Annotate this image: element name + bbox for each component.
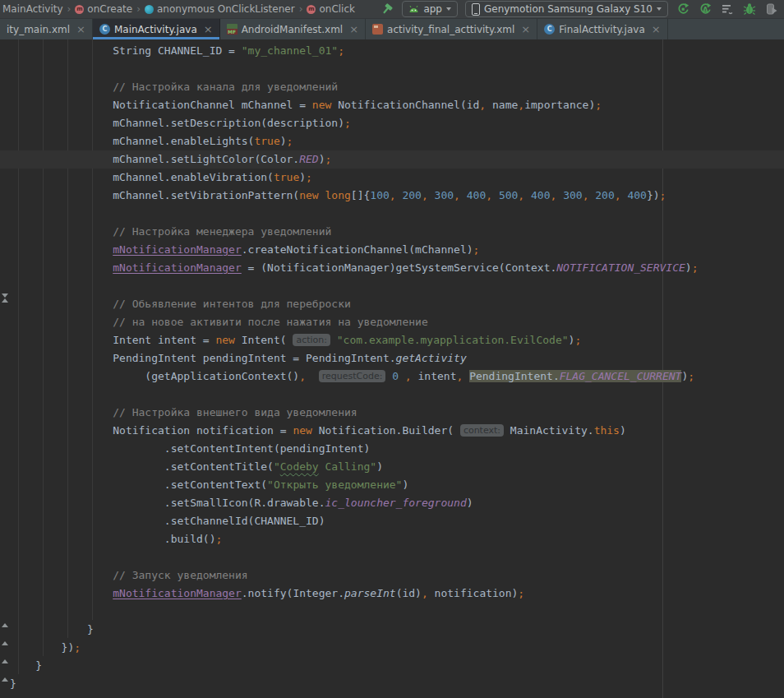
code-token: Calling" [319,460,376,473]
code-line[interactable]: mChannel.setDescription(description); [10,114,784,132]
code-line[interactable]: Intent intent = new Intent( action: "com… [10,331,784,349]
code-token: .setChannelId(CHANNEL_ID) [10,515,325,527]
code-line[interactable]: NotificationChannel mChannel = new Notif… [10,96,784,114]
highlighted-token: PendingIntent. [469,370,560,382]
toolbar-actions: app Genymotion Samsung Galaxy S10 A [380,1,784,17]
code-line[interactable] [10,548,784,566]
code-line[interactable]: .setSmallIcon(R.drawable.ic_louncher_for… [10,494,784,512]
code-token: Intent intent = [10,334,215,346]
code-line[interactable]: } [10,657,784,675]
breadcrumb-label: onCreate [87,3,132,15]
code-token: long [325,189,351,201]
code-editor[interactable]: String CHANNEL_ID = "my_channel_01"; // … [0,39,784,698]
apply-changes-icon[interactable] [676,2,690,16]
run-config-select[interactable]: app [402,1,458,17]
code-token: .setContentTitle( [10,460,274,473]
code-line[interactable]: mNotificationManager.createNotificationC… [10,241,784,259]
code-line[interactable]: mChannel.enableLights(true); [10,132,784,150]
code-token: ; [287,135,293,147]
code-line[interactable]: Notification notification = new Notifica… [10,422,784,440]
code-line[interactable]: // Настройка внешнего вида уведомления [10,404,784,422]
code-line[interactable] [10,60,784,78]
code-line[interactable]: } [10,621,784,639]
code-line[interactable]: // Настройка канала для уведомлений [10,78,784,96]
code-token: = (NotificationManager)getSystemService(… [242,261,557,274]
close-icon[interactable]: × [521,25,530,34]
code-area[interactable]: String CHANNEL_ID = "my_channel_01"; // … [0,39,784,693]
code-line[interactable]: // Обьявление интентов для переброски [10,295,784,313]
code-line[interactable]: mChannel.enableVibration(true); [10,169,784,187]
lines-arrow-icon[interactable] [720,2,735,16]
code-token: , [518,99,524,111]
breadcrumb-item-oncreate[interactable]: monCreate [75,3,132,15]
tab-activity_final_acttivity-xml[interactable]: activity_final_acttivity.xml× [366,19,537,39]
close-icon[interactable]: × [349,25,358,34]
code-line[interactable]: PendingIntent pendingIntent = PendingInt… [10,349,784,367]
code-line[interactable]: String CHANNEL_ID = "my_channel_01"; [10,42,784,60]
profile-app-icon[interactable] [764,2,779,16]
code-line[interactable]: mChannel.setVibrationPattern(new long[]{… [10,187,784,205]
code-token: ) [376,460,383,473]
code-line[interactable]: mNotificationManager = (NotificationMana… [10,259,784,277]
code-line[interactable]: .build(); [10,530,784,548]
code-line[interactable] [10,386,784,404]
close-icon[interactable]: × [204,25,213,34]
code-token: ) [319,153,325,165]
breadcrumb: MainActivity›monCreate›anonymous OnClick… [0,3,380,15]
code-line[interactable]: .setContentTitle("Codeby Calling") [10,458,784,476]
method-icon: m [75,5,84,14]
tab-label: AndroidManifest.xml [242,24,344,35]
breadcrumb-label: onClick [319,3,355,15]
code-token: mNotificationManager [113,587,242,599]
tab-ity_main-xml[interactable]: ity_main.xml× [0,19,93,39]
code-token: }) [10,641,74,654]
tab-androidmanifest-xml[interactable]: AndroidManifest.xml× [220,19,366,39]
code-token: , [479,99,486,111]
code-line[interactable]: (getApplicationContext(), requestCode: 0… [10,367,784,386]
code-line[interactable]: // Запуск уведомления [10,566,784,585]
code-token: mChannel.setDescription(description) [10,117,344,129]
code-line[interactable]: mChannel.setLightColor(Color.RED); [0,150,784,169]
code-line[interactable]: }); [10,639,784,657]
close-icon[interactable]: × [76,25,85,34]
code-token: Notification notification = [10,424,293,437]
code-line[interactable] [10,603,784,621]
code-token: 300 [563,189,582,201]
code-line[interactable]: // Настройка менеджера уведомлений [10,223,784,241]
code-token: , [454,189,460,201]
code-token: 500 [499,189,518,201]
code-token: ; [74,641,81,654]
code-token: notification) [428,587,519,599]
main-toolbar: MainActivity›monCreate›anonymous OnClick… [0,0,784,19]
code-line[interactable]: } [10,675,784,693]
close-icon[interactable]: × [652,25,661,34]
code-line[interactable] [10,277,784,295]
code-token: // Настройка внешнего вида уведомления [10,406,357,418]
hammer-icon [380,2,394,16]
code-token: } [10,659,42,672]
debug-icon[interactable] [742,2,757,16]
tab-mainactivity-java[interactable]: CMainActivity.java× [93,19,220,39]
code-line[interactable] [10,205,784,223]
tab-bar: ity_main.xml×CMainActivity.java×AndroidM… [0,19,784,39]
code-line[interactable]: mNotificationManager.notify(Integer.pars… [10,585,784,603]
code-token: mChannel.setVibrationPattern( [10,189,299,201]
code-token [492,189,499,201]
build-hammer-icon[interactable] [380,2,394,16]
code-line[interactable]: .setContentIntent(pendingIntent) [10,440,784,458]
apply-code-changes-icon[interactable]: A [698,2,713,16]
android-studio-window: MainActivity›monCreate›anonymous OnClick… [0,0,784,698]
device-select[interactable]: Genymotion Samsung Galaxy S10 [465,1,668,17]
breadcrumb-item-mainactivity[interactable]: MainActivity [2,3,63,15]
code-line[interactable]: .setContentText("Открыть уведомление") [10,476,784,494]
breadcrumb-item-onclick[interactable]: monClick [307,3,355,15]
code-line[interactable]: // на новое активити после нажатия на ув… [10,313,784,331]
tab-finalacttivity-java[interactable]: CFinalActtivity.java× [537,19,667,39]
code-token: mChannel.setLightColor(Color. [10,153,299,165]
code-token: this [594,424,620,437]
code-token: ) [299,171,306,183]
code-token [463,370,469,382]
breadcrumb-item-anonymous-onclicklistener[interactable]: anonymous OnClickListener [145,3,295,15]
manifest-file-icon [227,24,238,35]
code-line[interactable]: .setChannelId(CHANNEL_ID) [10,512,784,530]
